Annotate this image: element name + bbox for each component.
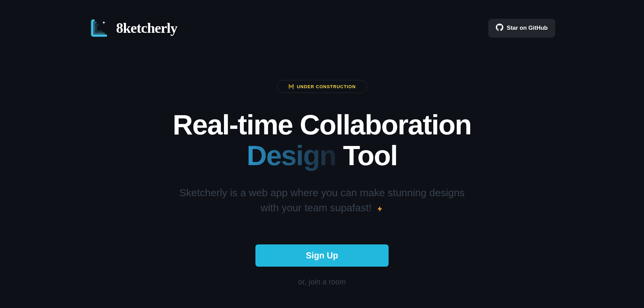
signup-button[interactable]: Sign Up [255, 244, 389, 267]
github-star-button[interactable]: Star on GitHub [488, 19, 555, 38]
headline-rest: Tool [336, 140, 397, 171]
github-button-label: Star on GitHub [507, 25, 548, 31]
bolt-icon [377, 202, 383, 216]
headline-line-1: Real-time Collaboration [173, 109, 471, 140]
headline-line-2: Design Tool [173, 140, 471, 171]
github-icon [496, 24, 503, 33]
construction-icon: 🚧 [288, 84, 294, 89]
logo-icon [89, 17, 111, 39]
brand-name: 8ketcherly [116, 20, 177, 36]
hero-subtitle: Sketcherly is a web app where you can ma… [172, 185, 472, 215]
badge-text: UNDER CONSTRUCTION [297, 84, 356, 89]
hero-headline: Real-time Collaboration Design Tool [173, 109, 471, 171]
brand-logo[interactable]: 8ketcherly [89, 17, 177, 39]
under-construction-badge: 🚧 UNDER CONSTRUCTION [277, 80, 367, 93]
join-room-link[interactable]: or, join a room [298, 278, 346, 286]
headline-highlight: Design [247, 140, 336, 171]
subtitle-text: Sketcherly is a web app where you can ma… [179, 187, 464, 213]
